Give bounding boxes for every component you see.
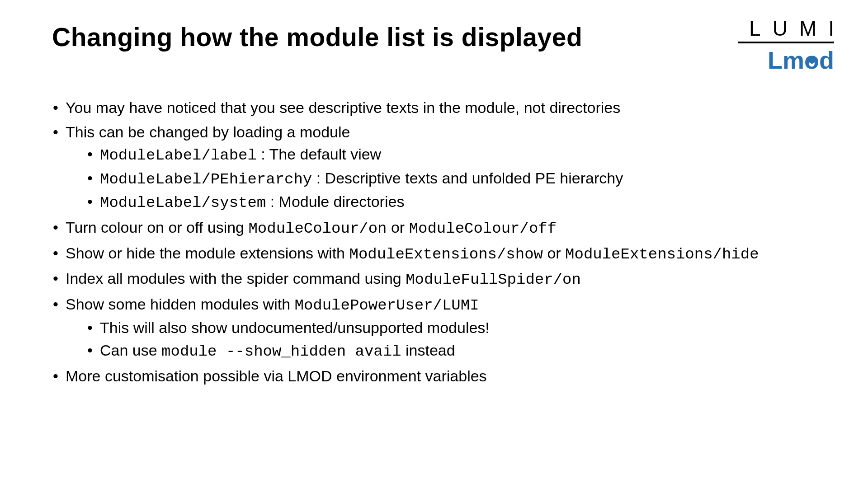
svg-marker-0 — [809, 57, 815, 64]
hexagon-icon — [808, 56, 816, 65]
code-text: ModulePowerUser/LUMI — [295, 297, 479, 314]
lmod-logo-o: o — [804, 48, 819, 72]
bullet-text: instead — [401, 342, 455, 359]
bullet-text: Index all modules with the spider comman… — [66, 270, 406, 287]
code-text: ModuleFullSpider/on — [406, 271, 581, 288]
bullet-text: or — [543, 244, 565, 262]
bullet-item: Index all modules with the spider comman… — [66, 268, 816, 291]
bullet-text: This will also show undocumented/unsuppo… — [100, 319, 490, 336]
bullet-text: : Descriptive texts and unfolded PE hier… — [312, 169, 623, 187]
code-text: ModuleLabel/PEhierarchy — [100, 171, 312, 188]
code-text: ModuleColour/off — [409, 220, 557, 237]
bullet-text: Show or hide the module extensions with — [66, 244, 349, 262]
code-text: ModuleLabel/label — [100, 147, 257, 164]
bullet-item: Show some hidden modules with ModulePowe… — [66, 294, 816, 363]
bullet-item: More customisation possible via LMOD env… — [66, 366, 816, 387]
bullet-text: This can be changed by loading a module — [66, 123, 350, 141]
code-text: module --show_hidden avail — [161, 343, 401, 360]
sub-bullet-item: ModuleLabel/PEhierarchy : Descriptive te… — [100, 168, 816, 191]
sub-bullet-item: Can use module --show_hidden avail inste… — [100, 340, 816, 363]
lmod-logo-text-d: d — [819, 48, 834, 72]
bullet-item: Turn colour on or off using ModuleColour… — [66, 217, 816, 240]
bullet-text: More customisation possible via LMOD env… — [66, 367, 487, 385]
code-text: ModuleLabel/system — [100, 194, 266, 211]
bullet-text: Can use — [100, 342, 161, 359]
sub-bullet-list: ModuleLabel/label : The default view Mod… — [66, 144, 816, 214]
sub-bullet-list: This will also show undocumented/unsuppo… — [66, 317, 816, 362]
header: Changing how the module list is displaye… — [52, 23, 816, 72]
slide: Changing how the module list is displaye… — [0, 0, 868, 488]
bullet-text: : Module directories — [266, 193, 404, 210]
content: You may have noticed that you see descri… — [52, 97, 816, 387]
bullet-text: : The default view — [257, 145, 381, 163]
lmod-logo-text-lm: Lm — [768, 48, 804, 72]
slide-title: Changing how the module list is displaye… — [52, 23, 582, 52]
sub-bullet-item: ModuleLabel/system : Module directories — [100, 191, 816, 214]
sub-bullet-item: ModuleLabel/label : The default view — [100, 144, 816, 167]
code-text: ModuleExtensions/hide — [565, 246, 759, 263]
code-text: ModuleColour/on — [248, 220, 387, 237]
bullet-text: or — [387, 219, 409, 236]
bullet-text: Show some hidden modules with — [66, 296, 295, 313]
bullet-item: You may have noticed that you see descri… — [66, 97, 816, 119]
logo-block: LUMI Lmod — [738, 18, 834, 72]
lmod-logo: Lmod — [768, 48, 834, 72]
lumi-logo: LUMI — [749, 18, 846, 39]
bullet-item: This can be changed by loading a module … — [66, 122, 816, 214]
bullet-text: You may have noticed that you see descri… — [66, 99, 620, 116]
lumi-logo-underline — [738, 42, 834, 43]
bullet-text: Turn colour on or off using — [66, 219, 248, 236]
bullet-list: You may have noticed that you see descri… — [52, 97, 816, 387]
sub-bullet-item: This will also show undocumented/unsuppo… — [100, 317, 816, 339]
code-text: ModuleExtensions/show — [349, 246, 542, 263]
bullet-item: Show or hide the module extensions with … — [66, 243, 816, 266]
